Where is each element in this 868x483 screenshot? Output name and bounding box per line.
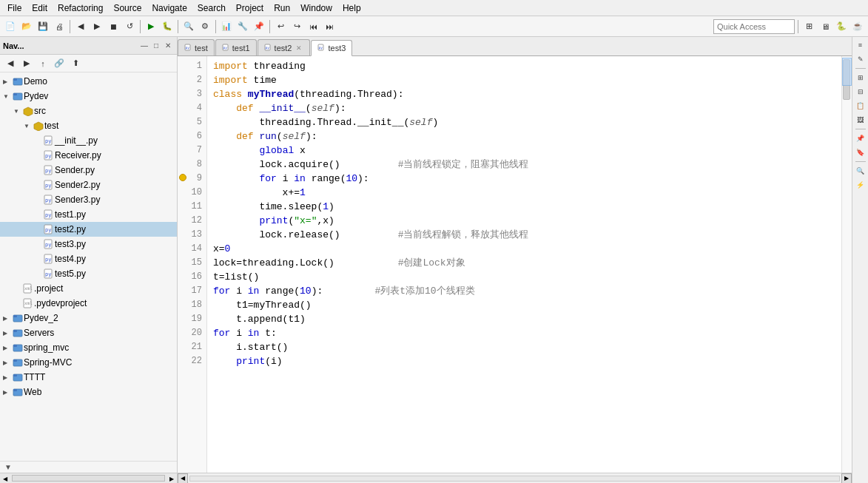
tree-item-sender3[interactable]: pySender3.py: [0, 192, 177, 207]
code-content[interactable]: import threadingimport timeclass myThrea…: [207, 56, 841, 473]
tree-item-pydev[interactable]: ▼Pydev: [0, 89, 177, 104]
toolbar-btn-save[interactable]: 💾: [36, 19, 50, 34]
toolbar-btn-prev[interactable]: ◀: [73, 19, 88, 34]
toolbar-btn-stop[interactable]: ⏹: [106, 19, 121, 34]
tree-item-test2[interactable]: pytest2.py: [0, 222, 177, 237]
scrollbar-area[interactable]: [841, 56, 852, 473]
right-btn-3[interactable]: ⊞: [854, 71, 867, 84]
tab-test1[interactable]: pytest1: [215, 39, 257, 55]
tab-test[interactable]: pytest: [178, 39, 215, 55]
nav-link[interactable]: 🔗: [52, 56, 67, 71]
nav-back[interactable]: ◀: [3, 56, 18, 71]
toolbar-btn-new[interactable]: 📄: [3, 19, 18, 34]
scroll-right-btn[interactable]: ▶: [841, 473, 852, 484]
right-sep-3: [855, 161, 866, 162]
scroll-track[interactable]: [189, 476, 840, 482]
tree-item-pydevproject[interactable]: xml.pydevproject: [0, 296, 177, 311]
toolbar-btn-settings[interactable]: ⚙: [198, 19, 212, 34]
nav-collapse[interactable]: ⬆: [68, 56, 83, 71]
right-btn-1[interactable]: ≡: [854, 38, 867, 52]
right-btn-6[interactable]: 🖼: [854, 113, 867, 126]
menu-help[interactable]: Help: [338, 1, 366, 15]
navigator-maximize[interactable]: □: [150, 40, 162, 52]
menu-edit[interactable]: Edit: [27, 1, 52, 15]
tree-item-dotproject[interactable]: xml.project: [0, 281, 177, 296]
svg-text:py: py: [45, 153, 51, 159]
tree-item-web[interactable]: ▶Web: [0, 385, 177, 399]
tab-close-test2[interactable]: ✕: [295, 44, 303, 53]
tree-item-servers[interactable]: ▶Servers: [0, 325, 177, 340]
toolbar-btn-refresh[interactable]: ↺: [122, 19, 137, 34]
toolbar-btn-next[interactable]: ▶: [90, 19, 104, 34]
line-num-11: 11: [178, 200, 206, 214]
code-line-15: lock=threading.Lock() #创建Lock对象: [213, 256, 835, 270]
tree-label-tttt: TTTT: [24, 372, 45, 382]
toolbar-btn-run[interactable]: ▶: [144, 19, 158, 34]
tree-item-sender[interactable]: pySender.py: [0, 163, 177, 178]
tree-item-test4[interactable]: pytest4.py: [0, 251, 177, 266]
tree-item-pydev2[interactable]: ▶Pydev_2: [0, 311, 177, 325]
menu-navigate[interactable]: Navigate: [147, 1, 191, 15]
menu-search[interactable]: Search: [193, 1, 230, 15]
tree-icon-init: py: [43, 135, 55, 146]
toolbar-btn-print[interactable]: 🖨: [52, 19, 67, 34]
svg-text:py: py: [45, 183, 51, 189]
tree-item-spring_mvc[interactable]: ▶spring_mvc: [0, 340, 177, 355]
tree-expand-tttt: ▶: [3, 374, 12, 381]
toolbar-btn-p3[interactable]: ☕: [850, 19, 865, 34]
toolbar-btn-extra1[interactable]: 📊: [219, 19, 234, 34]
navigator-minimize[interactable]: —: [138, 40, 150, 52]
navigator-header: Nav... — □ ✕: [0, 37, 177, 55]
menu-refactoring[interactable]: Refactoring: [53, 1, 107, 15]
toolbar-btn-extra6[interactable]: ⏮: [306, 19, 320, 34]
toolbar-btn-open[interactable]: 📂: [19, 19, 34, 34]
scroll-left-btn[interactable]: ◀: [178, 473, 188, 484]
tree-item-init[interactable]: py__init__.py: [0, 133, 177, 148]
right-btn-2[interactable]: ✎: [854, 53, 867, 66]
right-btn-7[interactable]: 📌: [854, 132, 867, 145]
right-btn-8[interactable]: 🔖: [854, 146, 867, 159]
tree-item-tttt[interactable]: ▶TTTT: [0, 370, 177, 385]
quick-access-input[interactable]: [713, 19, 795, 34]
toolbar-btn-extra5[interactable]: ↪: [289, 19, 304, 34]
tree-item-demo[interactable]: ▶Demo: [0, 74, 177, 89]
menu-file[interactable]: File: [3, 1, 26, 15]
nav-expand-arrow[interactable]: ▼: [4, 463, 12, 471]
right-btn-4[interactable]: ⊟: [854, 85, 867, 98]
toolbar-btn-extra2[interactable]: 🔧: [235, 19, 250, 34]
nav-scroll-left[interactable]: ◀: [0, 473, 10, 483]
tree-item-sender2[interactable]: pySender2.py: [0, 178, 177, 192]
navigator-close[interactable]: ✕: [162, 40, 174, 52]
tree-item-receiver[interactable]: pyReceiver.py: [0, 148, 177, 163]
nav-up[interactable]: ↑: [36, 56, 50, 71]
toolbar-btn-extra3[interactable]: 📌: [252, 19, 266, 34]
tab-bar: pytestpytest1pytest2✕pytest3: [178, 37, 852, 56]
tree-label-test2: test2.py: [55, 224, 86, 234]
toolbar-btn-p2[interactable]: 🐍: [834, 19, 849, 34]
menu-project[interactable]: Project: [232, 1, 268, 15]
tree-item-test5[interactable]: pytest5.py: [0, 266, 177, 281]
right-btn-5[interactable]: 📋: [854, 99, 867, 112]
right-btn-10[interactable]: ⚡: [854, 178, 867, 192]
nav-forward[interactable]: ▶: [19, 56, 34, 71]
tab-test3[interactable]: pytest3: [311, 40, 352, 56]
right-btn-9[interactable]: 🔍: [854, 164, 867, 178]
tree-item-test1[interactable]: pytest1.py: [0, 207, 177, 222]
tree-item-test3[interactable]: pytest3.py: [0, 237, 177, 251]
nav-scroll-track[interactable]: [12, 475, 165, 482]
menu-run[interactable]: Run: [269, 1, 295, 15]
toolbar-btn-p1[interactable]: 🖥: [818, 19, 832, 34]
toolbar-btn-extra4[interactable]: ↩: [273, 19, 288, 34]
toolbar-btn-extra7[interactable]: ⏭: [322, 19, 337, 34]
tab-test2[interactable]: pytest2✕: [258, 39, 311, 55]
toolbar-btn-debug[interactable]: 🐛: [160, 19, 175, 34]
toolbar-btn-search[interactable]: 🔍: [181, 19, 196, 34]
nav-scroll-right[interactable]: ▶: [166, 473, 177, 483]
menu-source[interactable]: Source: [109, 1, 146, 15]
tree-item-spring_mvc2[interactable]: ▶Spring-MVC: [0, 355, 177, 370]
toolbar-btn-perspective[interactable]: ⊞: [801, 19, 816, 34]
main-layout: Nav... — □ ✕ ◀ ▶ ↑ 🔗 ⬆ ▶Demo▼Pydev▼src▼t…: [0, 37, 868, 483]
menu-window[interactable]: Window: [296, 1, 337, 15]
tree-item-src[interactable]: ▼src: [0, 104, 177, 118]
tree-item-test[interactable]: ▼test: [0, 118, 177, 133]
